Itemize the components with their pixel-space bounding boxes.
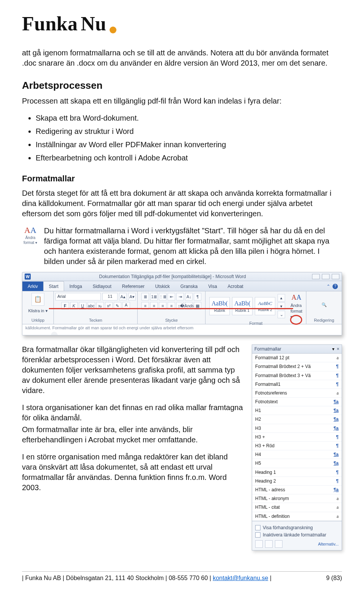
- process-item: Skapa ett bra Word-dokument.: [36, 113, 342, 123]
- tab-visa[interactable]: Visa: [203, 281, 222, 291]
- minimize-icon[interactable]: [312, 274, 320, 279]
- grow-font-icon[interactable]: A▴: [119, 293, 127, 300]
- styles-pane-item[interactable]: H1¶a: [252, 406, 342, 415]
- style-gallery[interactable]: AaBb( Rubrik AaBb( Rubrik 1 AaBbC Rubrik…: [209, 294, 285, 318]
- styles-pane-item[interactable]: H3¶a: [252, 424, 342, 433]
- tab-acrobat[interactable]: Acrobat: [222, 281, 248, 291]
- align-right-icon[interactable]: ≡: [159, 302, 166, 310]
- styles-pane-item[interactable]: H3 +¶: [252, 433, 342, 442]
- styles-pane-item[interactable]: HTML - citata: [252, 503, 342, 512]
- styles-pane-item[interactable]: HTML - adress¶a: [252, 486, 342, 494]
- styles-pane-item[interactable]: Heading 1¶: [252, 468, 342, 477]
- styles-pane-footer: Visa förhandsgranskning Inaktivera länka…: [252, 521, 342, 550]
- font-family-select[interactable]: Arial: [55, 293, 101, 300]
- shading-icon[interactable]: �András: [185, 302, 193, 310]
- paste-button[interactable]: Klistra in ▾: [28, 308, 47, 314]
- tab-start[interactable]: Start: [43, 281, 64, 291]
- change-styles-button[interactable]: Ändra format ▾: [290, 303, 302, 320]
- styles-pane-item[interactable]: Formatmall1¶: [252, 380, 342, 389]
- process-item: Efterbearbetning och kontroll i Adobe Ac…: [36, 153, 342, 163]
- styles-pane-item[interactable]: H4¶a: [252, 450, 342, 459]
- justify-icon[interactable]: ≡: [168, 302, 175, 310]
- styles-pane-item[interactable]: Formatmall Brödtext 3 + Vä¶: [252, 371, 342, 380]
- logo-word-2: Nu: [81, 11, 106, 37]
- disable-linked-checkbox[interactable]: Inaktivera länkade formatmallar: [255, 532, 339, 538]
- bold-icon[interactable]: F: [61, 302, 69, 310]
- manage-styles-icon[interactable]: [275, 540, 282, 548]
- styles-pane-item[interactable]: Formatmall 12 pta: [252, 354, 342, 362]
- styles-pane-item[interactable]: Heading 2¶: [252, 477, 342, 486]
- find-icon[interactable]: 🔍: [322, 302, 327, 308]
- styles-pane-list[interactable]: Formatmall 12 ptaFormatmall Brödtext 2 +…: [252, 354, 342, 521]
- gallery-more-icon[interactable]: ⌄: [278, 311, 285, 318]
- styles-pane-item[interactable]: Formatmall Brödtext 2 + Vä¶: [252, 362, 342, 371]
- subscript-icon[interactable]: x₂: [96, 302, 104, 310]
- logo-dot-icon: [110, 27, 116, 33]
- outdent-icon[interactable]: ⇤: [168, 293, 175, 300]
- styles-pane-item[interactable]: HTML - definitiona: [252, 512, 342, 521]
- tab-infoga[interactable]: Infoga: [64, 281, 87, 291]
- pane-options-link[interactable]: Alternativ...: [318, 541, 339, 547]
- group-paragraph: ≣ 1≣ ⋮≣ ⇤ ⇥ A↓ ¶ ≡ ≡ ≡ ≡ ↕≡ �Andrá: [138, 291, 206, 324]
- after-p4: I en större organisation med många redak…: [22, 452, 244, 493]
- highlight-icon[interactable]: ✎: [114, 302, 121, 310]
- ribbon-help[interactable]: ⌃ ?: [323, 282, 342, 291]
- styles-pane: Formatmallar ▾ × Formatmall 12 ptaFormat…: [252, 344, 342, 550]
- style-inspector-icon[interactable]: [265, 540, 273, 548]
- help-icon[interactable]: ?: [333, 284, 338, 289]
- align-left-icon[interactable]: ≡: [141, 302, 149, 310]
- style-thumb[interactable]: AaBb( Rubrik 1: [232, 297, 253, 315]
- align-center-icon[interactable]: ≡: [150, 302, 158, 310]
- bullets-icon[interactable]: ≣: [141, 293, 149, 300]
- footer-page-number: 9 (83): [326, 574, 342, 582]
- tab-arkiv[interactable]: Arkiv: [22, 281, 43, 291]
- styles-pane-item[interactable]: HTML - akronyma: [252, 494, 342, 503]
- footer-email-link[interactable]: kontakt@funkanu.se: [213, 575, 268, 581]
- indent-icon[interactable]: ⇥: [176, 293, 184, 300]
- new-style-icon[interactable]: [255, 540, 263, 548]
- group-clipboard: 📋 Klistra in ▾ Urklipp: [22, 291, 54, 324]
- style-thumb[interactable]: AaBbC Rubrik 2: [255, 297, 275, 315]
- styles-pane-item[interactable]: H2¶a: [252, 415, 342, 424]
- styles-pane-item[interactable]: Fotnotsreferensa: [252, 389, 342, 398]
- tab-granska[interactable]: Granska: [175, 281, 203, 291]
- superscript-icon[interactable]: x²: [105, 302, 113, 310]
- tab-utskick[interactable]: Utskick: [150, 281, 175, 291]
- change-styles-icon: AA Ändra format ▾: [22, 226, 39, 245]
- heading-formatmallar: Formatmallar: [22, 173, 342, 184]
- format-p1: Det första steget för att få ett bra dok…: [22, 188, 342, 219]
- style-thumb[interactable]: AaBb( Rubrik: [209, 297, 230, 315]
- group-label-styles: Format: [209, 320, 302, 326]
- preview-checkbox[interactable]: Visa förhandsgranskning: [255, 525, 339, 531]
- styles-pane-item[interactable]: H5¶a: [252, 459, 342, 468]
- gallery-down-icon[interactable]: ▾: [278, 302, 285, 310]
- numbering-icon[interactable]: 1≣: [150, 293, 158, 300]
- process-lead: Processen att skapa ett en tillgänglig p…: [22, 96, 342, 106]
- font-color-icon[interactable]: A: [122, 302, 130, 310]
- styles-pane-item[interactable]: Fotnotstext¶a: [252, 398, 342, 406]
- pane-close-icon[interactable]: ×: [337, 346, 339, 352]
- group-label-paragraph: Stycke: [141, 317, 201, 323]
- gallery-up-icon[interactable]: ▴: [278, 294, 285, 302]
- borders-icon[interactable]: ▦: [194, 302, 201, 310]
- styles-pane-titlebar: Formatmallar ▾ ×: [252, 345, 342, 354]
- tab-referenser[interactable]: Referenser: [117, 281, 150, 291]
- paste-icon[interactable]: 📋: [31, 293, 44, 306]
- window-buttons[interactable]: [312, 274, 339, 279]
- underline-icon[interactable]: U: [79, 302, 86, 310]
- maximize-icon[interactable]: [322, 274, 329, 279]
- pilcrow-icon[interactable]: ¶: [194, 293, 201, 300]
- shrink-font-icon[interactable]: A▾: [128, 293, 136, 300]
- multilevel-icon[interactable]: ⋮≣: [159, 293, 166, 300]
- sort-icon[interactable]: A↓: [185, 293, 193, 300]
- strike-icon[interactable]: abc: [88, 302, 95, 310]
- styles-pane-item[interactable]: H3 + Röd¶: [252, 442, 342, 450]
- pane-dropdown-icon[interactable]: ▾: [332, 346, 334, 352]
- word-app-icon: W: [25, 274, 31, 280]
- close-icon[interactable]: [332, 274, 339, 279]
- ribbon-collapse-icon[interactable]: ⌃: [326, 283, 330, 289]
- ribbon-tabs: Arkiv Start Infoga Sidlayout Referenser …: [22, 281, 342, 291]
- tab-sidlayout[interactable]: Sidlayout: [87, 281, 116, 291]
- font-size-select[interactable]: 11: [102, 293, 118, 300]
- italic-icon[interactable]: K: [70, 302, 78, 310]
